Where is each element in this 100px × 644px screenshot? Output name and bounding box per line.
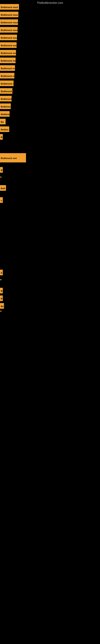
- bar-item: B: [0, 296, 3, 301]
- bar-label: B: [0, 134, 3, 140]
- bar-label: B: [0, 167, 3, 173]
- bar-label: Bottleneck resul: [0, 12, 18, 17]
- bar-label: Bottleneck r: [0, 104, 11, 109]
- bar-item: B: [0, 134, 3, 140]
- bar-item: Bottleneck resul: [0, 50, 16, 56]
- bar-item: Bo: [0, 119, 6, 124]
- bar-item: B: [0, 167, 3, 173]
- bar-label: Bottleneck resul: [0, 19, 18, 25]
- bar-label: Bottleneck resul: [0, 73, 14, 78]
- bar-label: Bottleneck resul: [0, 65, 15, 71]
- bar-item: Bottleneck r: [0, 96, 12, 102]
- bar-label: Bottleneck resul: [0, 34, 17, 40]
- bar-label: Bottlen: [0, 126, 9, 132]
- bar-label: B: [0, 296, 3, 301]
- bar-item: Bottleneck resul: [0, 34, 17, 40]
- bar-item: Bo: [0, 303, 4, 309]
- bar-item: Bottleneck resul: [0, 27, 18, 32]
- bar-label: Bottleneck rest: [0, 153, 26, 162]
- bar-label: Bottleneck r: [0, 96, 12, 102]
- bar-label: Bo: [0, 303, 4, 309]
- bar-label: |: [0, 177, 1, 178]
- bar-label: Bo: [0, 119, 6, 124]
- bar-item: Bottleneck r: [0, 88, 12, 94]
- bar-item: Bottleneck r: [0, 104, 11, 109]
- bar-label: Bottleneck resul: [0, 27, 18, 32]
- bar-item: Bottlene: [0, 111, 10, 117]
- bar-label: E: [0, 270, 3, 275]
- bar-label: Bottleneck res: [0, 80, 14, 86]
- bar-item: Bottleneck resul: [0, 4, 19, 10]
- bar-label: Bott: [0, 185, 6, 191]
- bar-item: |: [0, 311, 1, 312]
- bar-label: s: [0, 197, 3, 203]
- bar-label: Bottleneck resul: [0, 50, 16, 56]
- bar-label: Bottleneck resul: [0, 4, 19, 10]
- bar-label: |: [0, 279, 1, 280]
- bar-item: Bottleneck resul: [0, 73, 14, 78]
- bar-item: E: [0, 270, 3, 275]
- bar-item: s: [0, 197, 3, 203]
- bar-label: B: [0, 288, 3, 294]
- bar-item: Bottlen: [0, 126, 9, 132]
- bar-item: |: [0, 177, 1, 178]
- bar-item: Bottleneck resul: [0, 12, 18, 17]
- bar-item: Bottleneck resul: [0, 65, 15, 71]
- bar-item: B: [0, 288, 3, 294]
- bar-item: Bottleneck rest: [0, 153, 26, 162]
- bar-label: |: [0, 311, 1, 312]
- bar-label: Bottleneck r: [0, 88, 12, 94]
- bar-label: Bottlene: [0, 111, 10, 117]
- bar-item: Bottleneck res: [0, 80, 14, 86]
- bar-item: Bottleneck resul: [0, 42, 17, 48]
- bar-item: Bottleneck resul: [0, 58, 16, 63]
- bar-item: Bottleneck resul: [0, 19, 18, 25]
- bar-item: Bott: [0, 185, 6, 191]
- bar-label: Bottleneck resul: [0, 58, 16, 63]
- bar-label: Bottleneck resul: [0, 42, 17, 48]
- bar-item: |: [0, 279, 1, 280]
